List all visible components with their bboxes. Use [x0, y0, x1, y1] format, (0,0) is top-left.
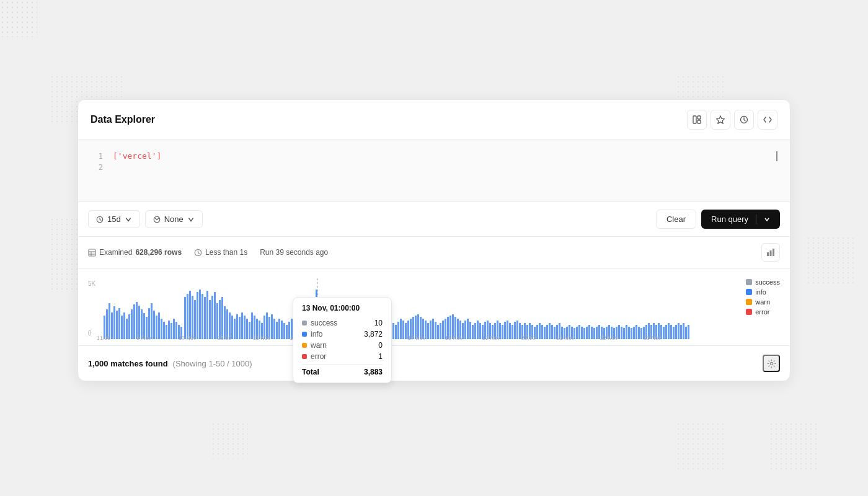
svg-rect-45: [173, 319, 175, 339]
svg-rect-137: [402, 321, 404, 339]
tooltip-success-value: 10: [374, 319, 383, 327]
chart-area: 5K 0: [78, 268, 790, 345]
svg-rect-177: [502, 325, 503, 339]
legend-item-warn: warn: [746, 298, 780, 306]
svg-rect-1: [698, 116, 701, 119]
svg-rect-224: [618, 325, 620, 339]
svg-rect-150: [435, 322, 436, 339]
svg-rect-37: [153, 311, 155, 339]
svg-rect-89: [281, 321, 283, 339]
svg-text:23 Nov: 23 Nov: [644, 335, 662, 340]
rows-count: 628,296 rows: [135, 248, 182, 257]
filter-dropdown[interactable]: None: [145, 210, 203, 228]
svg-rect-85: [271, 314, 273, 339]
svg-rect-31: [138, 306, 140, 339]
svg-rect-231: [636, 325, 637, 339]
svg-rect-70: [234, 319, 236, 339]
svg-rect-13: [770, 250, 772, 256]
svg-rect-56: [199, 290, 201, 339]
svg-rect-149: [432, 319, 434, 339]
layout-icon-button[interactable]: [687, 110, 707, 130]
bar-chart-icon: [766, 248, 775, 257]
duration-label: Less than 1s: [205, 248, 247, 257]
chart-wrapper: 5K 0: [88, 278, 780, 340]
svg-point-268: [770, 362, 773, 365]
header: Data Explorer: [78, 100, 790, 140]
svg-text:21 Nov: 21 Nov: [557, 335, 575, 340]
history-icon-button[interactable]: [734, 110, 754, 130]
tooltip-info-label: info: [311, 330, 322, 339]
svg-rect-38: [156, 316, 157, 339]
clear-button[interactable]: Clear: [656, 210, 696, 229]
svg-rect-151: [437, 325, 439, 339]
svg-rect-213: [591, 327, 593, 339]
legend-warn-label: warn: [755, 298, 770, 306]
chevron-down-icon: [125, 216, 132, 223]
toolbar-right: Clear Run query: [656, 210, 780, 229]
svg-rect-41: [163, 322, 165, 339]
svg-rect-86: [273, 319, 275, 339]
svg-rect-245: [670, 325, 672, 339]
svg-rect-233: [640, 328, 642, 339]
svg-rect-209: [581, 327, 583, 339]
tooltip-row-info: info 3,872: [302, 329, 383, 340]
chart-toggle-button[interactable]: [761, 243, 780, 262]
tooltip-info-dot: [302, 332, 307, 337]
svg-rect-214: [593, 328, 595, 339]
time-range-dropdown[interactable]: 15d: [88, 210, 140, 228]
svg-text:17 Nov: 17 Nov: [408, 335, 426, 340]
results-count: 1,000 matches found: [88, 359, 168, 368]
svg-text:22 Nov: 22 Nov: [600, 335, 618, 340]
svg-rect-212: [588, 325, 590, 339]
code-content-1: ['vercel']: [113, 151, 161, 161]
run-query-button[interactable]: Run query: [701, 210, 780, 229]
tooltip-date: 13 Nov, 01:00:00: [302, 304, 383, 312]
svg-rect-210: [583, 328, 585, 339]
svg-rect-63: [216, 303, 218, 339]
svg-rect-194: [544, 327, 546, 339]
svg-rect-59: [206, 291, 208, 339]
svg-rect-197: [551, 325, 553, 339]
filter-value: None: [164, 215, 184, 224]
svg-rect-76: [249, 322, 250, 339]
svg-rect-53: [192, 296, 193, 339]
svg-rect-248: [678, 323, 680, 339]
svg-rect-196: [549, 323, 551, 339]
svg-rect-54: [194, 300, 196, 339]
svg-rect-46: [175, 322, 177, 339]
results-settings-button[interactable]: [763, 355, 780, 372]
svg-rect-39: [158, 312, 160, 339]
svg-text:10 Nov: 10 Nov: [179, 335, 197, 340]
svg-rect-72: [239, 317, 241, 339]
table-icon: [88, 249, 96, 257]
svg-rect-167: [477, 321, 479, 339]
svg-text:18 Nov: 18 Nov: [445, 335, 463, 340]
svg-marker-3: [717, 116, 725, 123]
results-bar: 1,000 matches found (Showing 1-50 / 1000…: [78, 345, 790, 381]
toolbar-left: 15d None: [88, 210, 651, 228]
svg-rect-134: [395, 325, 397, 339]
svg-rect-14: [773, 249, 774, 256]
svg-rect-164: [469, 322, 471, 339]
code-icon-button[interactable]: [758, 110, 777, 130]
time-range-value: 15d: [107, 215, 121, 224]
svg-rect-19: [108, 303, 110, 339]
svg-rect-251: [685, 327, 687, 339]
tooltip-warn-dot: [302, 343, 307, 348]
svg-rect-61: [211, 296, 213, 339]
svg-rect-136: [400, 319, 402, 339]
svg-rect-244: [668, 323, 670, 339]
tooltip-row-error: error 1: [302, 351, 383, 362]
svg-text:19 Nov: 19 Nov: [482, 335, 500, 340]
clock-small-icon: [194, 249, 202, 257]
svg-rect-232: [638, 327, 640, 339]
star-icon-button[interactable]: [711, 110, 730, 130]
legend-error-dot: [746, 309, 752, 315]
code-editor[interactable]: 1 ['vercel'] 2: [78, 140, 790, 202]
toolbar: 15d None Clear Run query: [78, 202, 790, 237]
duration-stat: Less than 1s: [194, 248, 247, 257]
layout-icon: [693, 115, 701, 124]
code-line-2: 2: [78, 162, 790, 173]
svg-text:9 Nov: 9 Nov: [136, 335, 151, 340]
svg-rect-207: [576, 327, 578, 339]
